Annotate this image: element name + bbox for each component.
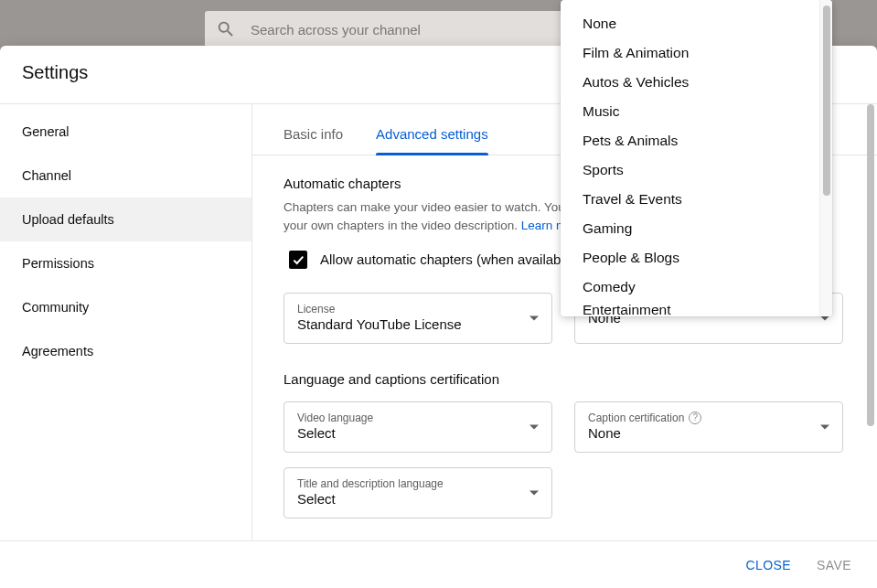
scrollbar-thumb[interactable] [867, 104, 874, 426]
save-button[interactable]: SAVE [817, 558, 851, 572]
dropdown-option-autos-vehicles[interactable]: Autos & Vehicles [561, 68, 819, 97]
video-language-select[interactable]: Video language Select [283, 401, 552, 453]
dropdown-option-sports[interactable]: Sports [561, 155, 819, 185]
sidebar-item-permissions[interactable]: Permissions [0, 241, 251, 285]
dropdown-option-people-blogs[interactable]: People & Blogs [561, 243, 819, 273]
close-button[interactable]: CLOSE [746, 558, 791, 572]
sidebar-item-agreements[interactable]: Agreements [0, 329, 251, 373]
tab-basic-info[interactable]: Basic info [283, 126, 343, 155]
category-dropdown-menu: None Film & Animation Autos & Vehicles M… [561, 0, 832, 316]
checkbox-checked-icon[interactable] [289, 251, 307, 269]
sidebar-item-label: Community [22, 300, 89, 315]
field-value: None [588, 424, 829, 443]
chevron-down-icon [529, 315, 539, 320]
license-select[interactable]: License Standard YouTube License [283, 293, 552, 344]
modal-footer: CLOSE SAVE [0, 540, 877, 588]
dropdown-option-music[interactable]: Music [561, 97, 819, 126]
field-label: Caption certification ? [588, 412, 829, 424]
dropdown-list: None Film & Animation Autos & Vehicles M… [561, 0, 819, 316]
language-row-2: Title and description language Select [252, 467, 877, 519]
field-label: Title and description language [297, 477, 539, 490]
tab-advanced-settings[interactable]: Advanced settings [376, 126, 488, 155]
content-scrollbar[interactable] [864, 102, 877, 543]
field-label: Video language [297, 412, 539, 424]
dropdown-option-film-animation[interactable]: Film & Animation [561, 38, 819, 68]
dropdown-option-travel-events[interactable]: Travel & Events [561, 185, 819, 214]
dropdown-option-gaming[interactable]: Gaming [561, 214, 819, 243]
title-desc-language-select[interactable]: Title and description language Select [283, 467, 552, 519]
dropdown-option-entertainment[interactable]: Entertainment [561, 302, 819, 316]
dropdown-option-none[interactable]: None [561, 9, 819, 38]
sidebar-item-label: Agreements [22, 344, 93, 358]
sidebar-item-channel[interactable]: Channel [0, 154, 251, 198]
dropdown-option-comedy[interactable]: Comedy [561, 273, 819, 302]
checkbox-label: Allow automatic chapters (when available [320, 251, 572, 267]
language-row-1: Video language Select Caption certificat… [252, 401, 877, 453]
sidebar-item-label: Permissions [22, 256, 94, 271]
help-icon[interactable]: ? [689, 412, 701, 424]
dropdown-scrollbar[interactable] [819, 0, 832, 316]
caption-certification-select[interactable]: Caption certification ? None [574, 401, 843, 453]
section-heading-language: Language and captions certification [252, 344, 877, 387]
sidebar-item-label: Upload defaults [22, 212, 114, 227]
sidebar-item-label: Channel [22, 168, 71, 183]
field-value: Select [297, 424, 539, 443]
scrollbar-thumb[interactable] [823, 5, 830, 196]
dropdown-option-pets-animals[interactable]: Pets & Animals [561, 126, 819, 155]
sidebar-item-community[interactable]: Community [0, 285, 251, 329]
settings-sidebar: General Channel Upload defaults Permissi… [0, 104, 252, 540]
desc-line-1: Chapters can make your video easier to w… [283, 200, 582, 214]
sidebar-item-upload-defaults[interactable]: Upload defaults [0, 198, 251, 241]
desc-line-2: your own chapters in the video descripti… [283, 219, 521, 232]
sidebar-item-label: General [22, 124, 70, 139]
field-label: License [297, 303, 539, 315]
field-value: Select [297, 490, 539, 508]
chevron-down-icon [529, 490, 539, 495]
field-value: Standard YouTube License [297, 315, 539, 334]
field-label-text: Caption certification [588, 412, 684, 424]
chevron-down-icon [529, 424, 539, 429]
chevron-down-icon [820, 424, 829, 429]
sidebar-item-general[interactable]: General [0, 110, 251, 154]
